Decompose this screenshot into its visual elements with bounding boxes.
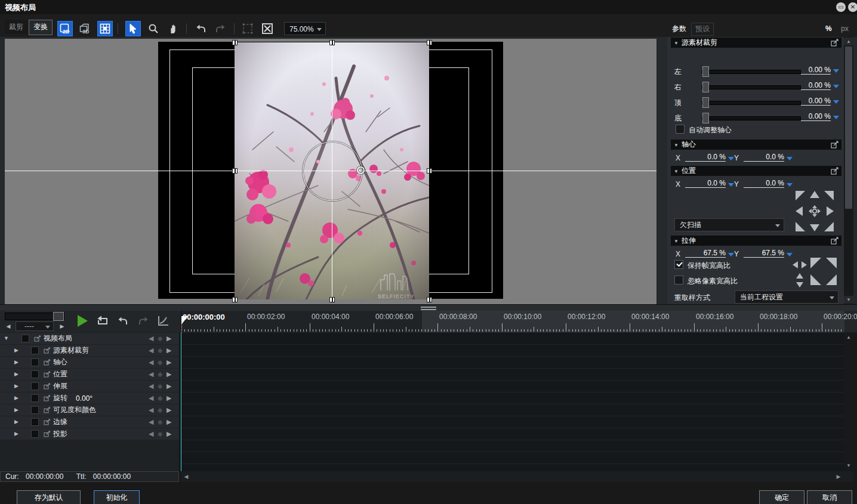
selection-frame-button[interactable] (240, 21, 255, 36)
keyframe-export-icon[interactable] (44, 407, 51, 413)
fit-to-window-button[interactable] (260, 21, 275, 36)
row-expand-icon[interactable]: ▶ (14, 392, 19, 404)
row-enable-checkbox[interactable] (31, 370, 39, 378)
unit-px-button[interactable]: px (841, 23, 849, 34)
row-enable-checkbox[interactable] (31, 394, 39, 402)
keyframe-export-icon[interactable] (44, 347, 51, 354)
panel-scroll-down-button[interactable]: ▼ (844, 296, 853, 304)
transform-handle-sw[interactable] (232, 297, 238, 302)
next-keyframe-button[interactable]: ▶ (167, 369, 171, 380)
stretch-corners-button[interactable] (810, 258, 837, 285)
row-enable-checkbox[interactable] (31, 382, 39, 390)
next-keyframe-button[interactable]: ▶ (167, 404, 171, 416)
next-keyframe-button[interactable]: ▶ (167, 357, 171, 368)
keyframe-export-icon[interactable] (44, 431, 51, 437)
prev-keyframe-button[interactable]: ◀ (149, 357, 153, 368)
value-field[interactable]: 0.0 % (744, 153, 784, 162)
close-window-button[interactable]: ✕ (848, 2, 857, 12)
row-value[interactable]: 0.00° (76, 393, 93, 405)
crop-value-field[interactable]: 0.00 % (801, 81, 831, 90)
keyframe-export-icon[interactable] (44, 419, 51, 425)
select-tool-button[interactable] (125, 21, 141, 36)
speed-slider-handle[interactable] (53, 312, 64, 321)
transform-handle-n[interactable] (329, 40, 335, 45)
keyframe-export-icon[interactable] (44, 359, 51, 366)
panel-scrollbar-thumb[interactable] (845, 47, 852, 209)
add-keyframe-button[interactable]: ◆ (158, 381, 162, 392)
grid-button[interactable] (97, 21, 113, 36)
speed-dropdown[interactable]: ---- (16, 321, 54, 331)
next-keyframe-button[interactable]: ▶ (167, 392, 171, 404)
transform-handle-e[interactable] (427, 168, 432, 174)
prev-keyframe-button[interactable]: ◀ (149, 381, 153, 392)
value-field[interactable]: 67.5 % (685, 249, 726, 258)
value-field[interactable]: 0.0 % (744, 179, 784, 188)
add-keyframe-button[interactable]: ◆ (158, 357, 162, 368)
next-keyframe-button[interactable]: ▶ (167, 416, 171, 428)
crop-value-field[interactable]: 0.00 % (801, 66, 831, 75)
add-keyframe-button[interactable]: ◆ (158, 404, 162, 416)
row-expand-icon[interactable]: ▶ (14, 404, 19, 416)
row-expand-icon[interactable]: ▶ (14, 345, 19, 356)
zoom-level-dropdown[interactable]: 75.00% (284, 22, 326, 35)
row-expand-icon[interactable]: ▶ (14, 428, 19, 440)
value-spinner-icon[interactable] (787, 181, 793, 187)
value-spinner-icon[interactable] (833, 67, 839, 73)
mode-3d-button[interactable]: 3D (77, 21, 93, 36)
prev-keyframe-button[interactable]: ◀ (149, 333, 153, 344)
transform-handle-nw[interactable] (232, 40, 238, 45)
prev-keyframe-button[interactable]: ◀ (149, 416, 153, 428)
crop-slider-handle[interactable] (702, 113, 709, 123)
add-keyframe-button[interactable]: ◆ (158, 345, 162, 356)
flip-horizontal-button[interactable] (793, 260, 807, 270)
loop-playback-button[interactable] (95, 314, 110, 327)
keyframe-export-icon[interactable] (44, 371, 51, 378)
row-enable-checkbox[interactable] (31, 418, 39, 426)
step-back-button[interactable]: ◀ (4, 322, 13, 331)
crop-value-field[interactable]: 0.00 % (801, 112, 831, 121)
add-keyframe-button[interactable]: ◆ (158, 416, 162, 428)
tab-crop[interactable]: 裁剪 (5, 20, 27, 34)
tab-presets[interactable]: 预设 (691, 23, 714, 36)
timeline-ruler[interactable]: 00:00:00:0000:00:02:0000:00:04:0000:00:0… (181, 311, 844, 332)
redo-button[interactable] (212, 21, 228, 36)
keep-aspect-checkbox[interactable] (674, 260, 683, 269)
value-field[interactable]: 0.0 % (685, 179, 726, 188)
row-enable-checkbox[interactable] (21, 335, 29, 342)
row-expand-icon[interactable]: ▶ (14, 357, 19, 368)
timeline-hscrollbar[interactable]: ◀ ▶ (181, 471, 844, 482)
auto-adjust-anchor-checkbox[interactable] (676, 125, 685, 134)
crop-slider-handle[interactable] (702, 66, 709, 77)
add-keyframe-button[interactable]: ◆ (158, 333, 162, 344)
ok-button[interactable]: 确定 (759, 490, 804, 504)
value-field[interactable]: 67.5 % (744, 249, 784, 258)
tracks-scroll-down-button[interactable]: ▼ (844, 462, 853, 469)
value-spinner-icon[interactable] (787, 155, 793, 161)
row-expand-icon[interactable]: ▶ (14, 381, 19, 392)
hand-tool-button[interactable] (165, 21, 181, 36)
transform-handle-w[interactable] (232, 168, 238, 174)
hscroll-left-button[interactable]: ◀ (182, 472, 190, 481)
section-header-position[interactable]: ▼位置 (671, 166, 841, 176)
underscan-dropdown[interactable]: 欠扫描 (674, 218, 784, 231)
add-keyframe-button[interactable]: ◆ (158, 392, 162, 404)
value-spinner-icon[interactable] (833, 114, 839, 120)
crop-slider-handle[interactable] (702, 97, 709, 108)
prev-keyframe-button[interactable]: ◀ (149, 369, 153, 380)
ignore-pixel-aspect-checkbox[interactable] (674, 276, 683, 285)
next-keyframe-button[interactable]: ▶ (167, 428, 171, 440)
playhead-line[interactable] (181, 332, 181, 471)
value-field[interactable]: 0.0 % (685, 153, 726, 162)
section-header-stretch[interactable]: ▼拉伸 (671, 236, 841, 246)
crop-slider-handle[interactable] (702, 82, 709, 92)
flip-vertical-button[interactable] (795, 273, 804, 287)
transform-handle-se[interactable] (427, 297, 432, 302)
value-spinner-icon[interactable] (728, 251, 734, 257)
resample-dropdown[interactable]: 当前工程设置 (735, 290, 838, 304)
anchor-rotate-handle[interactable] (357, 166, 365, 174)
transform-handle-s[interactable] (329, 297, 335, 302)
section-export-icon[interactable] (831, 39, 839, 47)
transform-handle-ne[interactable] (427, 40, 432, 45)
position-arrow-pad[interactable] (794, 190, 835, 233)
crop-slider[interactable] (702, 116, 801, 120)
